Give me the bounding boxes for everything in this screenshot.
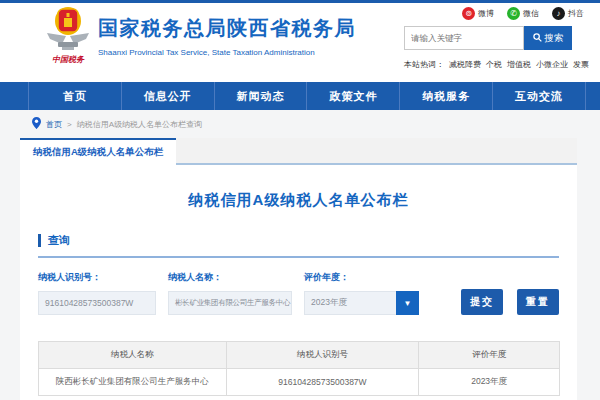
nav-item-interaction[interactable]: 互动交流 <box>492 82 585 110</box>
tab-a-level-taxpayer-list[interactable]: 纳税信用A级纳税人名单公布栏 <box>20 138 176 165</box>
site-logo: 中国税务 <box>42 6 94 65</box>
main-nav: 首页 信息公开 新闻动态 政策文件 纳税服务 互动交流 <box>0 82 600 110</box>
taxpayer-id-field[interactable]: 91610428573500387W <box>38 291 156 315</box>
wechat-link[interactable]: ✆ 微信 <box>507 7 539 20</box>
search-input[interactable] <box>404 26 524 50</box>
weibo-label: 微博 <box>478 8 494 19</box>
breadcrumb-current: 纳税信用A级纳税人名单公布栏查询 <box>77 119 202 130</box>
submit-button[interactable]: 提交 <box>461 289 503 315</box>
nav-item-tax-service[interactable]: 纳税服务 <box>399 82 492 110</box>
site-subtitle: Shaanxi Provincial Tax Service, State Ta… <box>98 48 356 57</box>
breadcrumb: 首页 > 纳税信用A级纳税人名单公布栏查询 <box>32 113 202 135</box>
cell-taxpayer-name: 陕西彬长矿业集团有限公司生产服务中心 <box>39 369 227 396</box>
cell-eval-year: 2023年度 <box>419 369 560 396</box>
hot-word-link[interactable]: 个税 <box>486 59 502 70</box>
content-panel: 纳税信用A级纳税人名单公布栏 纳税信用A级纳税人名单公布栏 查询 纳税人识别号：… <box>20 138 577 400</box>
col-header-eval-year: 评价年度 <box>419 342 560 369</box>
table-row: 陕西彬长矿业集团有限公司生产服务中心 91610428573500387W 20… <box>39 369 560 396</box>
table-header-row: 纳税人名称 纳税人识别号 评价年度 <box>39 342 560 369</box>
taxpayer-name-field[interactable]: 彬长矿业集团有限公司生产服务中心 <box>168 291 292 315</box>
nav-right-pad <box>585 82 600 110</box>
tab-bar-filler <box>176 138 577 165</box>
tax-emblem-icon <box>45 38 91 55</box>
site-header: 中国税务 国家税务总局陕西省税务局 Shaanxi Provincial Tax… <box>0 3 600 82</box>
nav-item-news[interactable]: 新闻动态 <box>214 82 307 110</box>
social-links: ⊚ 微博 ✆ 微信 ♪ 抖音 <box>462 7 584 20</box>
evaluation-year-group: 评价年度： 2023年度 ▼ <box>304 271 419 315</box>
cell-taxpayer-id: 91610428573500387W <box>226 369 419 396</box>
nav-item-policy[interactable]: 政策文件 <box>306 82 399 110</box>
taxpayer-name-group: 纳税人名称： 彬长矿业集团有限公司生产服务中心 <box>168 271 292 315</box>
hot-words-label: 本站热词： <box>404 59 444 70</box>
douyin-icon: ♪ <box>552 7 565 20</box>
nav-item-home[interactable]: 首页 <box>28 82 121 110</box>
query-form: 纳税人识别号： 91610428573500387W 纳税人名称： 彬长矿业集团… <box>38 271 559 315</box>
chevron-down-icon[interactable]: ▼ <box>396 291 419 315</box>
hot-word-link[interactable]: 小微企业 <box>536 59 568 70</box>
site-title: 国家税务总局陕西省税务局 <box>98 15 356 42</box>
logo-caption: 中国税务 <box>42 54 94 65</box>
evaluation-year-select[interactable]: 2023年度 ▼ <box>304 291 419 315</box>
search-icon <box>533 33 542 44</box>
breadcrumb-home-link[interactable]: 首页 <box>46 119 62 130</box>
douyin-link[interactable]: ♪ 抖音 <box>552 7 584 20</box>
page-title: 纳税信用A级纳税人名单公布栏 <box>20 191 577 210</box>
taxpayer-id-label: 纳税人识别号： <box>38 271 156 284</box>
breadcrumb-separator: > <box>67 120 72 129</box>
nav-item-info[interactable]: 信息公开 <box>121 82 214 110</box>
hot-words: 本站热词： 减税降费 个税 增值税 小微企业 发票 <box>404 59 589 70</box>
wechat-icon: ✆ <box>507 7 520 20</box>
query-section-divider <box>38 256 559 258</box>
hot-word-link[interactable]: 发票 <box>573 59 589 70</box>
douyin-label: 抖音 <box>568 8 584 19</box>
taxpayer-name-label: 纳税人名称： <box>168 271 292 284</box>
col-header-taxpayer-name: 纳税人名称 <box>39 342 227 369</box>
search-button-label: 搜索 <box>545 32 564 45</box>
wechat-label: 微信 <box>523 8 539 19</box>
evaluation-year-value: 2023年度 <box>304 291 396 315</box>
reset-button[interactable]: 重置 <box>517 289 559 315</box>
taxpayer-id-group: 纳税人识别号： 91610428573500387W <box>38 271 156 315</box>
hot-word-link[interactable]: 减税降费 <box>449 59 481 70</box>
evaluation-year-label: 评价年度： <box>304 271 419 284</box>
site-brand: 国家税务总局陕西省税务局 Shaanxi Provincial Tax Serv… <box>98 15 356 57</box>
location-pin-icon <box>32 117 41 131</box>
nav-left-pad <box>0 82 28 110</box>
tab-bar: 纳税信用A级纳税人名单公布栏 <box>20 138 577 165</box>
hot-word-link[interactable]: 增值税 <box>507 59 531 70</box>
query-section-heading: 查询 <box>38 234 559 247</box>
weibo-link[interactable]: ⊚ 微博 <box>462 7 494 20</box>
col-header-taxpayer-id: 纳税人识别号 <box>226 342 419 369</box>
weibo-icon: ⊚ <box>462 7 475 20</box>
result-table: 纳税人名称 纳税人识别号 评价年度 陕西彬长矿业集团有限公司生产服务中心 916… <box>38 341 560 396</box>
search-button[interactable]: 搜索 <box>524 26 572 50</box>
site-search: 搜索 <box>404 26 572 50</box>
